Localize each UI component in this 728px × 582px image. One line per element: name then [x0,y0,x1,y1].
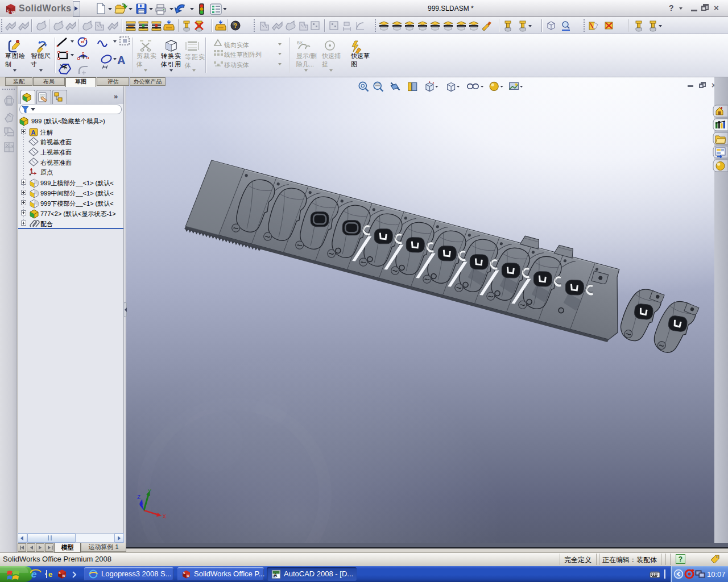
svg-text:X: X [163,514,166,520]
svg-text:Y: Y [148,489,151,495]
svg-text:A: A [31,129,36,136]
svg-text:A: A [274,572,278,578]
svg-text:W: W [187,574,189,577]
svg-text:!: ! [216,40,217,45]
svg-text:S: S [59,571,61,575]
svg-text:e: e [48,570,52,579]
svg-text:Z: Z [137,494,140,501]
svg-text:6×: 6× [297,40,303,45]
svg-text:W: W [63,574,66,577]
